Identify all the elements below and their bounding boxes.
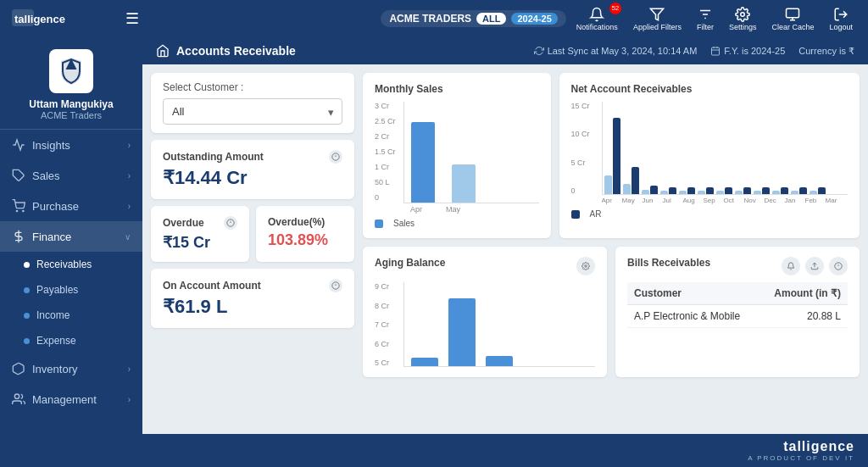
bills-receivables-card: Bills Receivables: [615, 247, 860, 377]
left-stats-col: Select Customer : All A.P Electronic & M…: [151, 73, 354, 377]
sidebar-item-sales[interactable]: Sales ›: [0, 160, 142, 191]
footer: talligence A PRODUCT OF DEV IT: [142, 434, 868, 467]
user-area: Uttam Mangukiya ACME Traders: [0, 37, 142, 130]
clear-cache-button[interactable]: Clear Cache: [766, 5, 819, 33]
expense-label: Expense: [36, 335, 76, 347]
page-title: Accounts Receivable: [176, 44, 296, 58]
net-ar-legend: AR: [571, 209, 848, 219]
notifications-button[interactable]: 52 Notifications: [571, 5, 623, 33]
content-area: Select Customer : All A.P Electronic & M…: [142, 64, 868, 434]
svg-rect-15: [712, 47, 720, 55]
home-icon: [156, 44, 170, 58]
sales-chevron: ›: [128, 171, 131, 181]
bills-row-amount: 20.88 L: [760, 305, 848, 328]
sidebar-item-management[interactable]: Management ›: [0, 384, 142, 414]
outstanding-value: ₹14.44 Cr: [163, 167, 342, 189]
logout-button[interactable]: Logout: [824, 5, 858, 33]
overdue-pct-value: 103.89%: [268, 231, 342, 249]
sidebar-item-purchase-label: Purchase: [32, 200, 79, 213]
sync-info: Last Sync at May 3, 2024, 10:14 AM: [534, 46, 698, 56]
footer-logo-area: talligence A PRODUCT OF DEV IT: [748, 439, 854, 462]
monthly-sales-bar-apr-fill: [411, 122, 435, 203]
page-header-right: Last Sync at May 3, 2024, 10:14 AM F.Y. …: [534, 46, 854, 57]
aging-settings-icon[interactable]: [576, 257, 595, 275]
bills-info-icon[interactable]: [829, 257, 848, 275]
outstanding-info-icon[interactable]: [329, 150, 342, 164]
income-dot: [24, 313, 30, 319]
right-charts-col: Monthly Sales 3 Cr 2.5 Cr 2 Cr 1.5 Cr 1 …: [363, 73, 860, 377]
hamburger-icon[interactable]: ☰: [125, 9, 139, 28]
aging-balance-card: Aging Balance 9 Cr: [363, 247, 607, 377]
currency-text: Currency is ₹: [798, 46, 854, 56]
monthly-sales-bars: [403, 102, 539, 203]
sidebar-subitem-expense[interactable]: Expense: [0, 328, 142, 353]
currency-info: Currency is ₹: [798, 46, 854, 57]
sidebar-subitem-payables[interactable]: Payables: [0, 277, 142, 303]
page-header: Accounts Receivable Last Sync at May 3, …: [142, 37, 868, 64]
management-chevron: ›: [128, 395, 131, 404]
receivables-label: Receivables: [36, 259, 92, 270]
applied-filters-button[interactable]: Applied Filters: [628, 5, 687, 33]
svg-point-11: [16, 210, 17, 211]
sidebar-subitem-receivables[interactable]: Receivables: [0, 252, 142, 277]
bills-header: Bills Receivables: [627, 257, 848, 275]
page-title-area: Accounts Receivable: [156, 44, 296, 58]
user-name: Uttam Mangukiya: [29, 98, 113, 110]
sidebar-item-inventory-label: Inventory: [32, 363, 77, 375]
bills-export-icon[interactable]: [805, 257, 824, 275]
bills-row-customer: A.P Electronic & Mobile: [627, 305, 760, 328]
filter-button[interactable]: Filter: [692, 5, 719, 33]
svg-point-14: [14, 394, 19, 398]
svg-point-28: [585, 265, 587, 268]
all-badge[interactable]: ALL: [476, 13, 506, 25]
overdue-row: Overdue ₹15 Cr Overdue(%) 103.89%: [151, 206, 354, 262]
fy-text: F.Y. is 2024-25: [724, 46, 785, 56]
bills-header-icons: [782, 257, 848, 275]
outstanding-title: Outstanding Amount: [163, 150, 342, 164]
sidebar-item-management-label: Management: [32, 393, 97, 406]
calendar-icon: [710, 46, 721, 56]
monthly-sales-legend: Sales: [375, 219, 539, 228]
logo-area: talligence ☰: [10, 6, 139, 32]
customer-select-label: Select Customer :: [163, 81, 342, 93]
net-ar-title: Net Account Receivables: [571, 83, 848, 95]
sidebar-item-purchase[interactable]: Purchase ›: [0, 191, 142, 221]
svg-marker-2: [651, 8, 664, 20]
net-ar-card: Net Account Receivables 15 Cr 10 Cr 5 Cr…: [559, 73, 860, 238]
bills-col-amount: Amount (in ₹): [760, 282, 848, 305]
net-ar-chart: 15 Cr 10 Cr 5 Cr 0: [571, 102, 848, 204]
aging-balance-icons: [576, 257, 595, 275]
svg-point-12: [23, 210, 24, 211]
sidebar-item-inventory[interactable]: Inventory ›: [0, 353, 142, 384]
sidebar-item-insights[interactable]: Insights ›: [0, 130, 142, 160]
sidebar-item-finance[interactable]: Finance ∨: [0, 221, 142, 252]
on-account-card: On Account Amount ₹61.9 L: [151, 269, 354, 328]
sidebar-subitem-income[interactable]: Income: [0, 303, 142, 328]
monthly-sales-bar-may-fill: [452, 164, 476, 203]
last-sync-text: Last Sync at May 3, 2024, 10:14 AM: [548, 46, 698, 56]
net-ar-y-axis: 15 Cr 10 Cr 5 Cr 0: [571, 102, 590, 195]
on-account-value: ₹61.9 L: [163, 296, 342, 318]
sidebar-item-sales-label: Sales: [32, 170, 60, 182]
settings-button[interactable]: Settings: [724, 5, 762, 33]
monthly-sales-y-axis: 3 Cr 2.5 Cr 2 Cr 1.5 Cr 1 Cr 50 L 0: [375, 102, 396, 203]
aging-balance-header: Aging Balance: [375, 257, 595, 275]
sync-icon: [534, 46, 544, 56]
year-badge[interactable]: 2024-25: [511, 13, 557, 25]
customer-select-input[interactable]: All A.P Electronic & Mobile ACME Traders: [163, 98, 342, 125]
bills-bell-icon[interactable]: [782, 257, 800, 275]
on-account-info-icon[interactable]: [329, 279, 342, 292]
aging-chart-container: 9 Cr 8 Cr 7 Cr 6 Cr 5 Cr: [375, 282, 595, 367]
overdue-info-icon[interactable]: [224, 216, 237, 230]
bills-title: Bills Receivables: [627, 257, 710, 269]
insights-chevron: ›: [128, 141, 131, 150]
purchase-chevron: ›: [128, 202, 131, 211]
finance-chevron: ∨: [125, 232, 131, 242]
top-nav-right: ACME TRADERS ALL 2024-25 52 Notification…: [381, 5, 858, 33]
svg-point-6: [741, 12, 745, 16]
top-section: Select Customer : All A.P Electronic & M…: [151, 73, 860, 377]
net-ar-bars: [602, 102, 848, 195]
company-name: ACME TRADERS: [389, 13, 471, 25]
aging-y-axis: 9 Cr 8 Cr 7 Cr 6 Cr 5 Cr: [375, 282, 389, 367]
customer-select-wrapper: All A.P Electronic & Mobile ACME Traders…: [163, 98, 342, 125]
